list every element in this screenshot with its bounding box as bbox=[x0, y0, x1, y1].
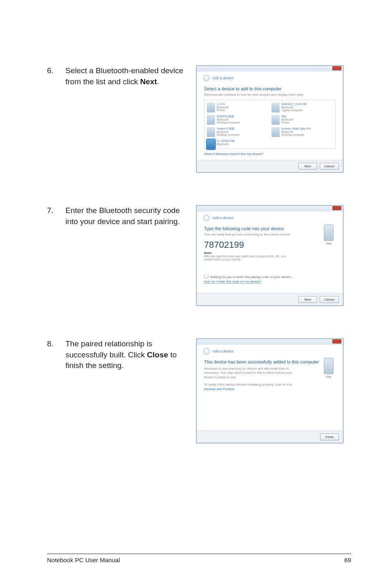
breadcrumb: Add a device bbox=[212, 216, 233, 220]
close-icon[interactable] bbox=[332, 66, 341, 70]
device-type: Bluetooth bbox=[281, 130, 294, 133]
device-type: Bluetooth bbox=[217, 143, 229, 146]
dialog-title: Type the following code into your device bbox=[204, 226, 336, 231]
desktop-icon bbox=[271, 127, 280, 137]
dialog-title: This device has been successfully added … bbox=[204, 359, 336, 364]
step-8-text: The paired relationship is successfully … bbox=[65, 339, 196, 371]
dialog-titlebar bbox=[197, 206, 343, 211]
device-class: Desktop computer bbox=[217, 133, 240, 136]
success-para-2: To verify if this device finished instal… bbox=[204, 383, 294, 391]
note-text: After you type this code, you might need… bbox=[204, 255, 290, 262]
device-name: Tested-IT電腦 bbox=[217, 127, 240, 130]
back-icon[interactable] bbox=[203, 215, 210, 221]
device-item[interactable]: SAM1017_KUO-NBBluetoothLaptop computer bbox=[271, 102, 334, 113]
device-class: Desktop computer bbox=[281, 133, 305, 136]
devices-printers-link[interactable]: Devices and Printers bbox=[204, 387, 234, 391]
device-name: Andrew Yeh的 Mac Pro bbox=[281, 127, 311, 130]
device-item[interactable]: 八不住BluetoothPhone bbox=[206, 102, 269, 113]
device-name: SAM1017_KUO-NB bbox=[281, 103, 307, 106]
cancel-button[interactable]: Cancel bbox=[320, 163, 339, 170]
back-icon[interactable] bbox=[203, 348, 210, 355]
device-item[interactable]: Tested-IT電腦BluetoothDesktop computer bbox=[206, 126, 269, 138]
breadcrumb: Add a device bbox=[212, 76, 233, 80]
step-6-before: Select a Bluetooth-enabled device from t… bbox=[65, 66, 183, 86]
cancel-button[interactable]: Cancel bbox=[320, 296, 339, 303]
laptop-icon bbox=[271, 103, 280, 112]
step-number: 8. bbox=[47, 339, 65, 350]
step-8-before: The paired relationship is successfully … bbox=[65, 339, 152, 359]
device-type: Bluetooth bbox=[281, 106, 294, 109]
device-item[interactable]: RitaBluetoothPhone bbox=[271, 114, 334, 126]
page-number: 69 bbox=[344, 557, 351, 563]
laptop-icon bbox=[207, 139, 215, 149]
dialog-subtitle: Windows will continue to look for new de… bbox=[204, 93, 336, 97]
add-device-dialog-code: Add a device Rita Type the following cod… bbox=[196, 205, 343, 306]
close-button[interactable]: Close bbox=[320, 433, 339, 440]
device-class: Laptop computer bbox=[281, 109, 303, 112]
success-para-2-text: To verify if this device finished instal… bbox=[204, 383, 292, 386]
device-name: VL HSIEH-NB bbox=[217, 139, 235, 143]
step-6-after: . bbox=[157, 77, 159, 86]
step-7-before: Enter the Bluetooth security code into y… bbox=[65, 206, 180, 226]
device-list: 八不住BluetoothPhone SAM1017_KUO-NBBluetoot… bbox=[204, 100, 336, 149]
device-item[interactable]: Andrew Yeh的 Mac ProBluetoothDesktop comp… bbox=[271, 126, 334, 138]
breadcrumb: Add a device bbox=[212, 349, 233, 353]
desktop-icon bbox=[207, 127, 215, 137]
phone-icon bbox=[271, 115, 280, 125]
success-para-1: Windows is now checking for drivers and … bbox=[204, 367, 294, 379]
back-icon[interactable] bbox=[203, 75, 210, 81]
device-class: Desktop computer bbox=[217, 121, 240, 124]
device-type: Bluetooth bbox=[217, 130, 229, 133]
add-device-dialog-select: Add a device Select a device to add to t… bbox=[196, 65, 343, 173]
device-item[interactable]: 發熱宇的電腦BluetoothDesktop computer bbox=[206, 114, 269, 126]
phone-icon bbox=[324, 358, 334, 374]
step-number: 6. bbox=[47, 65, 65, 76]
device-caption: Rita bbox=[326, 375, 331, 378]
dialog-subtitle: This will verify that you are connecting… bbox=[204, 233, 336, 236]
device-type: Bluetooth bbox=[281, 118, 294, 121]
phone-icon bbox=[324, 224, 334, 241]
note-label: Note: bbox=[204, 251, 336, 255]
device-item[interactable]: VL HSIEH-NBBluetooth bbox=[206, 139, 269, 150]
waiting-status: Waiting for you to enter this pairing co… bbox=[204, 274, 336, 279]
help-link[interactable]: What if Windows doesn't find my device? bbox=[204, 152, 263, 156]
dialog-titlebar bbox=[197, 66, 343, 72]
next-button[interactable]: Next bbox=[298, 163, 317, 170]
close-icon[interactable] bbox=[332, 206, 341, 210]
device-name: 發熱宇的電腦 bbox=[217, 115, 240, 118]
device-name: Rita bbox=[281, 115, 294, 118]
help-link[interactable]: How do I enter this code on my device? bbox=[204, 280, 261, 284]
footer-title: Notebook PC User Manual bbox=[47, 557, 120, 563]
phone-icon bbox=[207, 103, 215, 112]
device-class: Phone bbox=[217, 109, 225, 112]
device-class: Phone bbox=[281, 121, 289, 124]
device-type: Bluetooth bbox=[217, 118, 229, 121]
step-number: 7. bbox=[47, 205, 65, 216]
pairing-code: 78702199 bbox=[204, 240, 336, 250]
step-6-bold: Next bbox=[140, 77, 157, 86]
next-button[interactable]: Next bbox=[298, 296, 317, 303]
close-icon[interactable] bbox=[332, 339, 341, 343]
desktop-icon bbox=[207, 115, 215, 125]
dialog-title: Select a device to add to this computer bbox=[204, 86, 336, 91]
device-type: Bluetooth bbox=[217, 106, 229, 109]
step-7-text: Enter the Bluetooth security code into y… bbox=[65, 205, 196, 227]
step-6-text: Select a Bluetooth-enabled device from t… bbox=[65, 65, 196, 87]
step-8-bold: Close bbox=[147, 350, 168, 359]
device-caption: Rita bbox=[326, 242, 331, 245]
dialog-titlebar bbox=[197, 339, 343, 345]
add-device-dialog-success: Add a device Rita This device has been s… bbox=[196, 339, 343, 443]
device-name: 八不住 bbox=[217, 103, 229, 106]
